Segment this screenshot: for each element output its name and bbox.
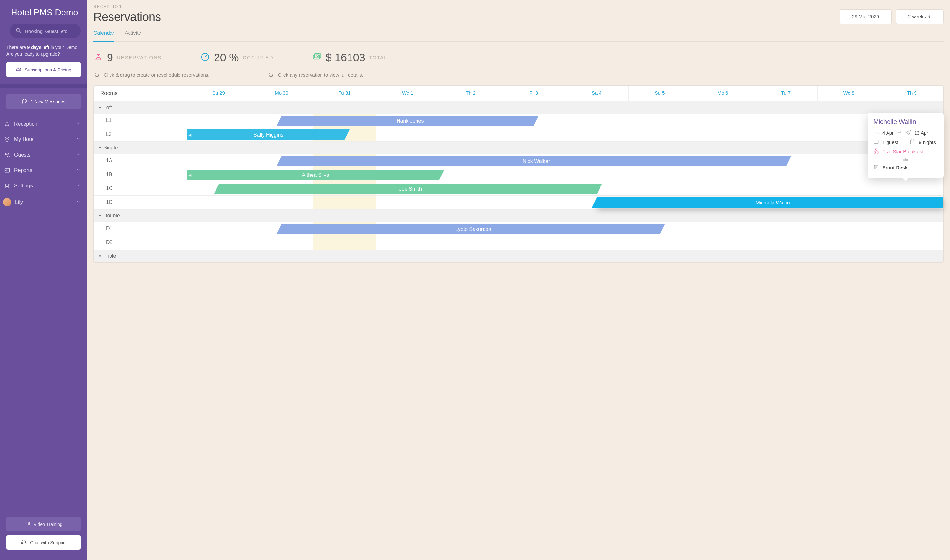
calendar-cell[interactable]	[313, 236, 376, 249]
room-group-row[interactable]: ▼Triple	[94, 250, 943, 262]
calendar-cell[interactable]	[313, 196, 376, 209]
reservation-bar[interactable]: Lyoto Sakuraba	[282, 224, 660, 234]
calendar-cell[interactable]	[817, 182, 881, 195]
day-header[interactable]: Tu 7	[754, 86, 818, 101]
calendar-cell[interactable]	[754, 114, 817, 128]
calendar-cell[interactable]	[502, 168, 565, 182]
calendar-cell[interactable]	[628, 182, 691, 195]
plan-icon	[873, 148, 879, 155]
calendar-cell[interactable]	[691, 168, 754, 182]
calendar-cell[interactable]	[628, 236, 691, 249]
calendar-cell[interactable]	[817, 222, 881, 236]
tab-calendar[interactable]: Calendar	[94, 30, 114, 42]
search-input[interactable]	[25, 28, 75, 34]
bed-icon	[873, 129, 879, 136]
reservation-bar[interactable]: Nick Walker	[282, 156, 786, 166]
calendar-cell[interactable]	[565, 168, 628, 182]
nav-guests[interactable]: Guests	[0, 147, 87, 163]
calendar-cell[interactable]	[439, 236, 502, 249]
calendar-cell[interactable]	[565, 128, 628, 142]
reservation-bar[interactable]: ◀Sally Higgins	[187, 129, 344, 140]
calendar-cell[interactable]	[439, 168, 502, 182]
svg-rect-12	[25, 522, 29, 525]
room-name: 1B	[94, 168, 187, 182]
day-header[interactable]: We 8	[818, 86, 881, 101]
calendar-cell[interactable]	[439, 128, 502, 142]
chevron-down-icon	[76, 137, 80, 142]
calendar-cell[interactable]	[754, 168, 817, 182]
calendar-cell[interactable]	[502, 196, 565, 209]
room-group-row[interactable]: ▼Single	[94, 142, 943, 154]
nav-my-hotel[interactable]: My Hotel	[0, 132, 87, 147]
day-header[interactable]: Su 29	[187, 86, 250, 101]
nav-reception[interactable]: Reception	[0, 116, 87, 132]
tab-activity[interactable]: Activity	[125, 30, 141, 42]
calendar-grid[interactable]: RoomsSu 29Mo 30Tu 31We 1Th 2Fr 3Sa 4Su 5…	[94, 85, 944, 263]
range-select[interactable]: 2 weeks	[896, 9, 944, 24]
nav-user[interactable]: Lily	[0, 194, 87, 211]
calendar-cell[interactable]	[880, 222, 943, 236]
calendar-cell[interactable]	[187, 154, 250, 168]
reservation-bar[interactable]: Joe Smith	[219, 183, 597, 194]
nav-settings[interactable]: Settings	[0, 178, 87, 194]
day-header[interactable]: Mo 6	[691, 86, 754, 101]
calendar-cell[interactable]	[628, 168, 691, 182]
subscriptions-button[interactable]: Subscriptions & Pricing	[6, 62, 80, 77]
tabs: Calendar Activity	[94, 30, 944, 42]
day-header[interactable]: Fr 3	[502, 86, 565, 101]
hint-create: Click & drag to create or reschedule res…	[94, 71, 209, 79]
calendar-cell[interactable]	[187, 236, 250, 249]
popover-nights: 9 nights	[919, 140, 936, 145]
calendar-cell[interactable]	[880, 182, 943, 195]
calendar-cell[interactable]	[691, 182, 754, 195]
svg-rect-31	[877, 152, 879, 153]
calendar-cell[interactable]	[754, 236, 817, 249]
room-group-row[interactable]: ▼Loft	[94, 102, 943, 114]
calendar-cell[interactable]	[250, 236, 313, 249]
calendar-cell[interactable]	[187, 196, 250, 209]
calendar-cell[interactable]	[187, 222, 250, 236]
calendar-cell[interactable]	[754, 182, 817, 195]
room-group-row[interactable]: ▼Double	[94, 210, 943, 222]
calendar-cell[interactable]	[754, 128, 817, 142]
calendar-cell[interactable]	[754, 222, 817, 236]
calendar-cell[interactable]	[502, 128, 565, 142]
calendar-cell[interactable]	[439, 196, 502, 209]
calendar-cell[interactable]	[880, 236, 943, 249]
calendar-cell[interactable]	[628, 128, 691, 142]
calendar-cell[interactable]	[691, 236, 754, 249]
calendar-cell[interactable]	[376, 128, 439, 142]
day-header[interactable]: Mo 30	[250, 86, 313, 101]
day-header[interactable]: Su 5	[628, 86, 691, 101]
reservation-bar[interactable]: Michelle Wallin	[597, 197, 943, 208]
calendar-cell[interactable]	[250, 196, 313, 209]
chat-support-button[interactable]: Chat with Support	[6, 535, 80, 550]
reservation-bar[interactable]: ◀Althea Silva	[187, 170, 439, 180]
date-picker-button[interactable]: 29 Mar 2020	[839, 9, 892, 24]
day-header[interactable]: Sa 4	[565, 86, 628, 101]
reservation-bar[interactable]: Hank Jones	[282, 115, 533, 126]
calendar-cell[interactable]	[187, 114, 250, 128]
day-header[interactable]: We 1	[376, 86, 439, 101]
messages-button[interactable]: 1 New Messages	[6, 94, 80, 109]
search-input-wrapper[interactable]	[10, 23, 80, 38]
reports-icon	[4, 167, 10, 174]
calendar-cell[interactable]	[817, 236, 881, 249]
calendar-cell[interactable]	[691, 222, 754, 236]
chevron-down-icon	[76, 183, 80, 189]
calendar-cell[interactable]	[628, 114, 691, 128]
calendar-cell[interactable]	[565, 236, 628, 249]
overflow-left-icon: ◀	[188, 133, 191, 137]
day-header[interactable]: Th 2	[439, 86, 502, 101]
calendar-cell[interactable]	[502, 236, 565, 249]
calendar-cell[interactable]	[565, 114, 628, 128]
day-header[interactable]: Th 9	[881, 86, 943, 101]
calendar-cell[interactable]	[376, 236, 439, 249]
calendar-cell[interactable]	[691, 114, 754, 128]
day-header[interactable]: Tu 31	[313, 86, 376, 101]
svg-point-2	[6, 138, 8, 139]
nav-reports[interactable]: Reports	[0, 163, 87, 178]
video-training-button[interactable]: Video Training	[6, 517, 80, 531]
calendar-cell[interactable]	[691, 128, 754, 142]
calendar-cell[interactable]	[376, 196, 439, 209]
